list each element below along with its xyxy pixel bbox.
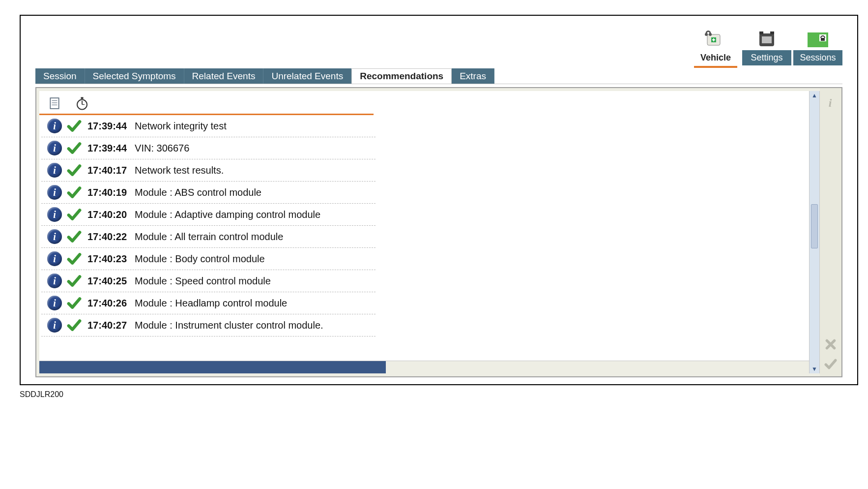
- svg-rect-10: [821, 38, 825, 41]
- info-badge-icon[interactable]: i: [47, 318, 62, 333]
- info-icon[interactable]: i: [823, 95, 838, 110]
- list-row[interactable]: i17:40:26Module : Headlamp control modul…: [41, 292, 376, 314]
- row-description: Network test results.: [135, 165, 224, 176]
- settings-icon: [755, 28, 778, 49]
- row-time: 17:40:17: [87, 165, 127, 176]
- row-time: 17:40:20: [87, 209, 127, 220]
- scroll-up-arrow[interactable]: ▲: [810, 91, 819, 100]
- close-icon[interactable]: [823, 337, 838, 352]
- info-badge-icon[interactable]: i: [47, 251, 62, 266]
- list-header: [39, 91, 374, 115]
- tab-session[interactable]: Session: [35, 68, 85, 84]
- topnav-label: Sessions: [793, 50, 842, 65]
- list-row[interactable]: i17:40:22Module : All terrain control mo…: [41, 226, 376, 248]
- topnav-settings[interactable]: Settings: [742, 28, 791, 65]
- status-check-icon: [67, 141, 82, 155]
- status-check-icon: [67, 229, 82, 244]
- row-description: Module : Body control module: [135, 253, 265, 265]
- topnav-vehicle[interactable]: Vehicle: [691, 28, 740, 65]
- row-description: Module : ABS control module: [135, 187, 261, 198]
- vscroll-thumb[interactable]: [811, 204, 818, 248]
- list-row[interactable]: i17:40:19Module : ABS control module: [41, 182, 376, 204]
- list-row[interactable]: i17:40:23Module : Body control module: [41, 248, 376, 270]
- svg-rect-5: [759, 31, 763, 34]
- info-badge-icon[interactable]: i: [47, 141, 62, 155]
- document-icon[interactable]: [47, 96, 62, 111]
- row-description: Network integrity test: [135, 121, 227, 132]
- list-row[interactable]: i17:39:44VIN: 306676: [41, 137, 376, 159]
- top-nav: VehicleSettingsSessions: [35, 28, 842, 65]
- status-check-icon: [67, 318, 82, 333]
- info-badge-icon[interactable]: i: [47, 207, 62, 222]
- status-check-icon: [67, 251, 82, 266]
- row-description: Module : Headlamp control module: [135, 298, 287, 309]
- tab-recommendations[interactable]: Recommendations: [351, 68, 452, 84]
- row-time: 17:39:44: [87, 121, 127, 132]
- svg-rect-16: [81, 97, 84, 99]
- topnav-label: Vehicle: [691, 50, 740, 65]
- row-time: 17:40:25: [87, 275, 127, 287]
- row-time: 17:40:22: [87, 231, 127, 243]
- info-badge-icon[interactable]: i: [47, 229, 62, 244]
- row-time: 17:40:23: [87, 253, 127, 265]
- tab-selected-symptoms[interactable]: Selected Symptoms: [85, 68, 184, 84]
- recommendation-list-panel: i17:39:44Network integrity testi17:39:44…: [39, 91, 809, 361]
- hscroll-thumb[interactable]: [39, 361, 386, 373]
- status-check-icon: [67, 207, 82, 222]
- info-badge-icon[interactable]: i: [47, 185, 62, 200]
- topnav-sessions[interactable]: Sessions: [793, 28, 842, 65]
- sessions-icon: [807, 28, 829, 49]
- svg-rect-6: [770, 31, 774, 34]
- row-description: Module : All terrain control module: [135, 231, 283, 243]
- app-window: VehicleSettingsSessions SessionSelected …: [20, 15, 858, 385]
- info-badge-icon[interactable]: i: [47, 274, 62, 288]
- list-row[interactable]: i17:40:25Module : Speed control module: [41, 270, 376, 292]
- row-time: 17:39:44: [87, 143, 127, 154]
- row-description: Module : Instrument cluster control modu…: [135, 320, 323, 331]
- row-description: VIN: 306676: [135, 143, 189, 154]
- status-check-icon: [67, 119, 82, 133]
- list-row[interactable]: i17:40:20Module : Adaptive damping contr…: [41, 204, 376, 226]
- side-toolbar: i: [820, 88, 841, 376]
- svg-point-3: [709, 33, 712, 36]
- svg-rect-7: [762, 36, 772, 43]
- tab-unrelated-events[interactable]: Unrelated Events: [263, 68, 351, 84]
- tab-related-events[interactable]: Related Events: [184, 68, 264, 84]
- check-icon[interactable]: [823, 357, 838, 371]
- svg-rect-11: [50, 98, 58, 109]
- list-row[interactable]: i17:39:44Network integrity test: [41, 115, 376, 137]
- topnav-label: Settings: [742, 50, 791, 65]
- row-time: 17:40:26: [87, 298, 127, 309]
- vertical-scrollbar[interactable]: ▲ ▼: [809, 91, 820, 373]
- image-id-label: SDDJLR200: [20, 390, 858, 399]
- scroll-down-arrow[interactable]: ▼: [810, 365, 819, 373]
- row-description: Module : Adaptive damping control module: [135, 209, 320, 220]
- tab-extras[interactable]: Extras: [452, 68, 494, 84]
- status-check-icon: [67, 274, 82, 288]
- row-time: 17:40:27: [87, 320, 127, 331]
- info-badge-icon[interactable]: i: [47, 296, 62, 310]
- svg-text:i: i: [829, 96, 832, 109]
- info-badge-icon[interactable]: i: [47, 163, 62, 178]
- stopwatch-icon[interactable]: [75, 96, 89, 111]
- status-check-icon: [67, 296, 82, 310]
- row-time: 17:40:19: [87, 187, 127, 198]
- tabs-row: SessionSelected SymptomsRelated EventsUn…: [35, 68, 842, 84]
- list-row[interactable]: i17:40:27Module : Instrument cluster con…: [41, 314, 376, 336]
- svg-point-2: [705, 33, 708, 36]
- horizontal-scrollbar[interactable]: [39, 361, 809, 373]
- status-check-icon: [67, 163, 82, 178]
- list-row[interactable]: i17:40:17Network test results.: [41, 159, 376, 182]
- main-area: i17:39:44Network integrity testi17:39:44…: [35, 87, 842, 377]
- status-check-icon: [67, 185, 82, 200]
- row-description: Module : Speed control module: [135, 275, 271, 287]
- vehicle-icon: [704, 28, 727, 49]
- info-badge-icon[interactable]: i: [47, 119, 62, 133]
- rows-container: i17:39:44Network integrity testi17:39:44…: [39, 115, 809, 361]
